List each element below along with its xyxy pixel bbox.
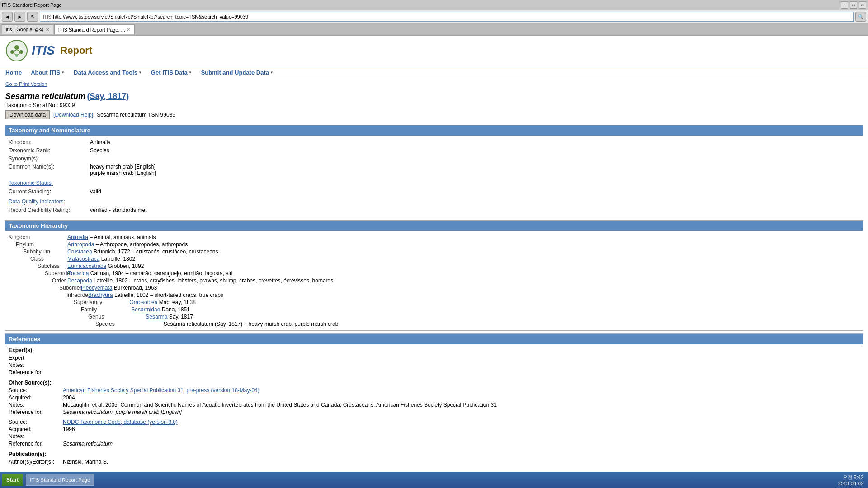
forward-button[interactable]: ►: [14, 12, 25, 22]
itis-logo-text: ITIS: [32, 43, 55, 58]
hier-superfamily-rank: Superfamily: [74, 299, 102, 305]
source2-acquired-value: 1996: [63, 426, 75, 432]
hier-subphylum-value: Crustacea Brünnich, 1772 – crustacés, cr…: [67, 249, 218, 255]
time-display: 오전 9:42 2013-04-02: [838, 474, 863, 475]
hier-sesarmidae-link[interactable]: Sesarmidae: [131, 306, 160, 313]
hier-grapsoidea-link[interactable]: Grapsoidea: [129, 299, 157, 305]
hier-eucarida-link[interactable]: Eucarida: [67, 270, 89, 277]
close-button[interactable]: ✕: [859, 1, 866, 9]
nav-data-tools[interactable]: Data Access and Tools ▼: [74, 69, 142, 76]
nav-get-data-link[interactable]: Get ITIS Data: [151, 69, 188, 76]
hier-subclass-rank: Subclass: [38, 263, 67, 269]
back-button[interactable]: ◄: [2, 12, 13, 22]
hier-superfamily: Superfamily Grapsoidea MacLeay, 1838: [9, 299, 859, 306]
common-name-label: Common Name(s):: [9, 164, 90, 176]
search-button[interactable]: 🔍: [855, 12, 866, 22]
tab-google-close[interactable]: ✕: [46, 27, 49, 32]
hier-decapoda-link[interactable]: Decapoda: [67, 277, 92, 284]
address-bar[interactable]: ITIS http://www.itis.gov/servlet/SingleR…: [40, 12, 854, 22]
source1-acquired-row: Acquired: 2004: [9, 394, 859, 401]
start-button[interactable]: Start: [2, 474, 23, 475]
taxonomy-section: Taxonomy and Nomenclature Kingdom: Anima…: [5, 125, 863, 217]
other-sources-subsection: Other Source(s): Source: American Fisher…: [9, 380, 859, 447]
source2-ref-label: Reference for:: [9, 441, 63, 447]
hier-superorder-rank: Superorder: [45, 270, 67, 277]
page-content: ITIS Report Home About ITIS ▼ Data Acces…: [0, 36, 868, 472]
maximize-button[interactable]: □: [850, 1, 857, 9]
current-standing-value: valid: [90, 188, 101, 195]
download-data-button[interactable]: Download data: [5, 110, 50, 119]
source1-notes-label: Notes:: [9, 402, 63, 408]
tab-itis[interactable]: ITIS Standard Report Page: ... ✕: [54, 24, 135, 34]
hier-kingdom-value: Animalia – Animal, animaux, animals: [67, 234, 156, 240]
hier-arthropoda-link[interactable]: Arthropoda: [67, 241, 94, 248]
hier-brachyura-link[interactable]: Brachyura: [88, 292, 113, 298]
reload-button[interactable]: ↻: [27, 12, 38, 22]
taxonomic-status-link[interactable]: Taxonomic Status:: [9, 180, 859, 186]
hier-crustacea-link[interactable]: Crustacea: [67, 249, 92, 255]
synonym-label: Synonym(s):: [9, 155, 90, 162]
taskbar-itis-item[interactable]: ITIS Standard Report Page: [26, 474, 94, 475]
nav-submit[interactable]: Submit and Update Data ▼: [201, 69, 274, 76]
hier-class-rank: Class: [30, 256, 67, 262]
rank-label: Taxonomic Rank:: [9, 147, 90, 154]
hier-order-value: Decapoda Latreille, 1802 – crabs, crayfi…: [67, 277, 333, 284]
print-version-link[interactable]: Go to Print Version: [5, 81, 47, 87]
credibility-row: Record Credibility Rating: verified - st…: [9, 206, 859, 214]
hier-class: Class Malacostraca Latreille, 1802: [9, 255, 859, 263]
hierarchy-body: Kingdom Animalia – Animal, animaux, anim…: [5, 231, 863, 330]
hier-pleocyemata-link[interactable]: Pleocyemata: [81, 285, 112, 291]
expert-subsection: Expert(s): Expert: Notes: Reference for:: [9, 347, 859, 376]
nav-data-tools-link[interactable]: Data Access and Tools: [74, 69, 137, 76]
other-sources-title: Other Source(s):: [9, 380, 859, 386]
taxonomy-header: Taxonomy and Nomenclature: [5, 125, 863, 136]
hier-order-rank: Order: [52, 277, 67, 284]
download-desc: Sesarma reticulatum TSN 99039: [97, 112, 175, 118]
source2-acquired-row: Acquired: 1996: [9, 426, 859, 433]
nav-about[interactable]: About ITIS ▼: [31, 69, 65, 76]
status-section: Taxonomic Status: Current Standing: vali…: [9, 180, 859, 196]
common-name-row: Common Name(s): heavy marsh crab [Englis…: [9, 163, 859, 177]
references-body: Expert(s): Expert: Notes: Reference for:…: [5, 344, 863, 472]
source2-ref-row: Reference for: Sesarma reticulatum: [9, 440, 859, 447]
nav-home-link[interactable]: Home: [5, 69, 22, 76]
hier-malacostraca-link[interactable]: Malacostraca: [67, 256, 99, 262]
tab-itis-close[interactable]: ✕: [127, 27, 131, 32]
hier-animalia-link[interactable]: Animalia: [67, 234, 88, 240]
hier-suborder-value: Pleocyemata Burkenroad, 1963: [81, 285, 157, 291]
source2-acquired-label: Acquired:: [9, 426, 63, 432]
download-help-link[interactable]: [Download Help]: [53, 112, 93, 118]
expert-title: Expert(s):: [9, 347, 859, 353]
kingdom-value: Animalia: [90, 139, 111, 145]
source1-link[interactable]: American Fisheries Society Special Publi…: [63, 387, 259, 394]
hier-infraorder-value: Brachyura Latreille, 1802 – short-tailed…: [88, 292, 223, 298]
source2-source-value: NODC Taxonomic Code, database (version 8…: [63, 419, 178, 425]
nav-home[interactable]: Home: [5, 69, 22, 76]
browser-chrome: ITIS Standard Report Page ─ □ ✕ ◄ ► ↻ IT…: [0, 0, 868, 36]
data-quality-link[interactable]: Data Quality Indicators:: [9, 198, 859, 205]
hier-sesarma-link[interactable]: Sesarma: [146, 314, 167, 320]
source2-link[interactable]: NODC Taxonomic Code, database (version 8…: [63, 419, 178, 425]
minimize-button[interactable]: ─: [841, 1, 848, 9]
expert-notes-row: Notes:: [9, 361, 859, 369]
source1-ref-value: Sesarma reticulatum, purple marsh crab […: [63, 409, 182, 415]
tab-google[interactable]: itis - Google 검색 ✕: [2, 24, 53, 34]
expert-row: Expert:: [9, 354, 859, 361]
hier-species-value: Sesarma reticulatum (Say, 1817) – heavy …: [164, 321, 339, 327]
svg-point-8: [15, 54, 18, 57]
species-author-link[interactable]: (Say, 1817): [87, 92, 129, 101]
source1-notes-row: Notes: McLaughlin et al. 2005. Common an…: [9, 401, 859, 408]
references-header: References: [5, 334, 863, 344]
publications-subsection: Publication(s): Author(s)/Editor(s): Niz…: [9, 451, 859, 465]
tsn-value: 99039: [60, 102, 75, 108]
hier-kingdom: Kingdom Animalia – Animal, animaux, anim…: [9, 234, 859, 241]
nav-submit-link[interactable]: Submit and Update Data: [201, 69, 269, 76]
time-text: 오전 9:42: [838, 474, 863, 475]
source2-source-label: Source:: [9, 419, 63, 425]
hier-subphylum-rank: Subphylum: [23, 249, 67, 255]
nav-about-link[interactable]: About ITIS: [31, 69, 60, 76]
nav-get-data[interactable]: Get ITIS Data ▼: [151, 69, 192, 76]
expert-ref-row: Reference for:: [9, 369, 859, 376]
nav-submit-arrow: ▼: [270, 70, 274, 75]
hier-eumalacostraca-link[interactable]: Eumalacostraca: [67, 263, 106, 269]
